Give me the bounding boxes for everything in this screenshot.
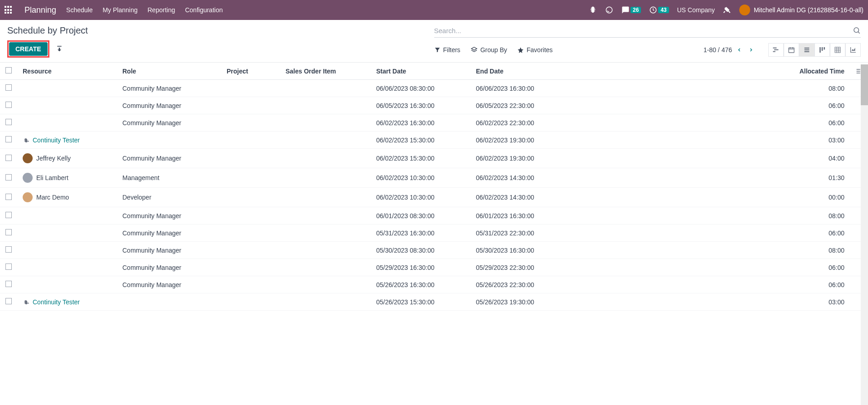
cell-role: Community Manager [117,224,221,242]
nav-reporting[interactable]: Reporting [148,6,175,14]
search-bar [434,25,861,38]
table-row[interactable]: Community Manager06/05/2023 16:30:0006/0… [0,97,868,114]
cell-alloc: 06:00 [570,259,850,276]
view-graph-icon[interactable] [845,43,861,57]
cell-project [221,207,280,224]
row-checkbox[interactable] [5,174,12,181]
view-list-icon[interactable] [799,43,815,57]
bug-icon[interactable] [589,6,597,14]
col-start[interactable]: Start Date [371,63,470,80]
cell-resource [17,114,117,132]
col-soi[interactable]: Sales Order Item [280,63,371,80]
company-switcher[interactable]: US Company [677,6,715,14]
col-project[interactable]: Project [221,63,280,80]
layers-icon [470,46,478,54]
row-checkbox[interactable] [5,155,12,161]
table-row[interactable]: Continuity Tester05/26/2023 15:30:0005/2… [0,293,868,311]
resource-name[interactable]: Continuity Tester [33,298,80,306]
pager-range[interactable]: 1-80 / 476 [703,46,732,54]
app-title[interactable]: Planning [24,5,56,15]
pager-next-icon[interactable] [747,47,756,53]
support-icon[interactable] [605,6,613,14]
col-resource[interactable]: Resource [17,63,117,80]
view-calendar-icon[interactable] [784,43,799,57]
topbar: Planning Schedule My Planning Reporting … [0,0,868,20]
favorites-button[interactable]: Favorites [517,46,553,54]
col-end[interactable]: End Date [470,63,570,80]
cell-start: 05/30/2023 08:30:00 [371,242,470,259]
cell-soi [280,114,371,132]
cell-soi [280,224,371,242]
table-row[interactable]: Marc DemoDeveloper06/02/2023 10:30:0006/… [0,188,868,207]
cell-start: 06/02/2023 15:30:00 [371,132,470,149]
view-pivot-icon[interactable] [830,43,845,57]
row-checkbox[interactable] [5,119,12,125]
nav-configuration[interactable]: Configuration [185,6,223,14]
cell-soi [280,80,371,97]
filters-button[interactable]: Filters [434,46,461,54]
cell-soi [280,293,371,311]
row-checkbox[interactable] [5,229,12,235]
user-menu[interactable]: Mitchell Admin DG (21628854-16-0-all) [739,5,863,15]
row-checkbox[interactable] [5,298,12,304]
table-row[interactable]: Community Manager06/01/2023 08:30:0006/0… [0,207,868,224]
view-kanban-icon[interactable] [815,43,830,57]
svg-rect-4 [774,49,778,50]
debug-tools-icon[interactable] [723,6,731,14]
scrollbar-track[interactable] [861,64,868,404]
cell-resource: Continuity Tester [17,132,117,149]
svg-point-0 [606,7,612,13]
table-scroll[interactable]: Resource Role Project Sales Order Item S… [0,63,868,404]
activities-icon[interactable]: 43 [649,6,669,14]
cell-soi [280,207,371,224]
row-checkbox[interactable] [5,246,12,253]
messages-icon[interactable]: 26 [621,6,641,14]
table-row[interactable]: Community Manager05/30/2023 08:30:0005/3… [0,242,868,259]
create-button[interactable]: CREATE [9,42,48,56]
pager-prev-icon[interactable] [735,47,744,53]
row-checkbox[interactable] [5,84,12,91]
topbar-left: Planning Schedule My Planning Reporting … [5,5,223,15]
page-title: Schedule by Project [7,25,88,36]
row-checkbox[interactable] [5,263,12,270]
cell-alloc: 08:00 [570,207,850,224]
cell-role [117,293,221,311]
svg-point-2 [854,28,859,33]
row-checkbox[interactable] [5,281,12,287]
select-all-checkbox[interactable] [5,67,12,73]
table-row[interactable]: Community Manager06/06/2023 08:30:0006/0… [0,80,868,97]
cell-project [221,80,280,97]
table-row[interactable]: Community Manager05/26/2023 16:30:0005/2… [0,276,868,293]
row-checkbox[interactable] [5,136,12,142]
table-row[interactable]: Community Manager05/29/2023 16:30:0005/2… [0,259,868,276]
view-gantt-icon[interactable] [768,43,784,57]
search-icon[interactable] [853,26,861,34]
row-checkbox[interactable] [5,212,12,218]
cell-end: 06/05/2023 22:30:00 [470,97,570,114]
row-checkbox[interactable] [5,194,12,200]
wrench-icon [23,137,29,143]
resource-avatar-icon [23,153,33,163]
apps-icon[interactable] [5,6,13,14]
cell-soi [280,276,371,293]
cell-role: Community Manager [117,80,221,97]
resource-name[interactable]: Continuity Tester [33,137,80,144]
col-role[interactable]: Role [117,63,221,80]
table-row[interactable]: Community Manager05/31/2023 16:30:0005/3… [0,224,868,242]
table-row[interactable]: Continuity Tester06/02/2023 15:30:0006/0… [0,132,868,149]
table-row[interactable]: Eli LambertManagement06/02/2023 10:30:00… [0,168,868,188]
col-alloc[interactable]: Allocated Time [570,63,850,80]
cell-resource [17,276,117,293]
scrollbar-thumb[interactable] [861,64,868,105]
user-avatar-icon [739,5,750,15]
search-input[interactable] [434,27,853,34]
nav-my-planning[interactable]: My Planning [102,6,137,14]
cell-end: 06/02/2023 22:30:00 [470,114,570,132]
table-row[interactable]: Jeffrey KellyCommunity Manager06/02/2023… [0,149,868,168]
row-checkbox[interactable] [5,102,12,108]
groupby-button[interactable]: Group By [470,46,507,54]
export-icon[interactable] [56,45,63,53]
table-row[interactable]: Community Manager06/02/2023 16:30:0006/0… [0,114,868,132]
nav-schedule[interactable]: Schedule [66,6,92,14]
cell-end: 06/06/2023 16:30:00 [470,80,570,97]
